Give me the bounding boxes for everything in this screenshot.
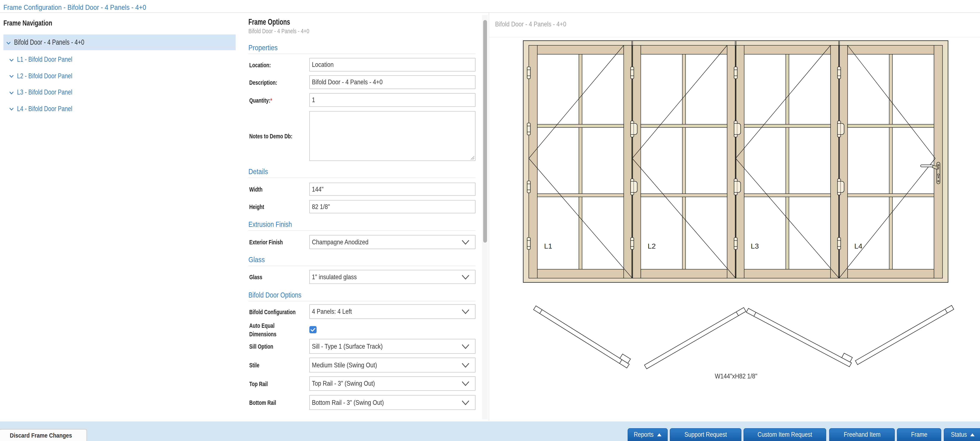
- svg-text:L1: L1: [544, 242, 552, 250]
- svg-text:L3: L3: [751, 242, 759, 250]
- svg-text:L2: L2: [648, 242, 656, 250]
- svg-text:L4: L4: [854, 242, 862, 250]
